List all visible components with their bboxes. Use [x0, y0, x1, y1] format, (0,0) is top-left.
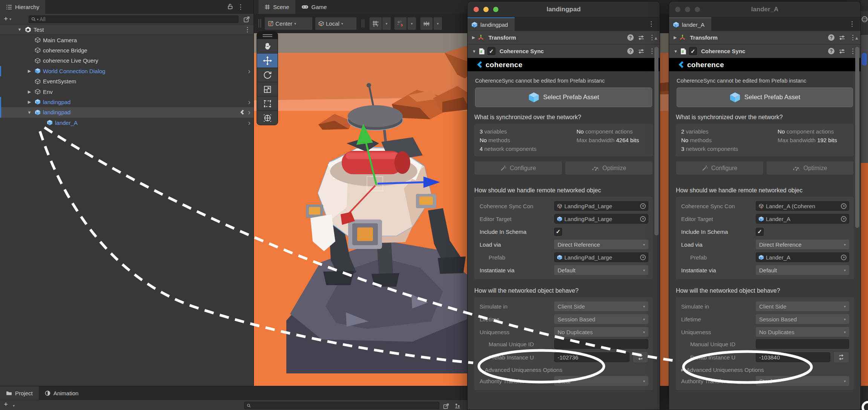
- close-icon[interactable]: [474, 7, 479, 12]
- create-asset-button[interactable]: +: [0, 400, 9, 409]
- prefab-instance-uuid-field[interactable]: -102736: [554, 352, 630, 362]
- regenerate-uuid-button[interactable]: [633, 352, 648, 363]
- expander-icon[interactable]: ▶: [26, 69, 32, 74]
- snap-increment-button[interactable]: [420, 17, 433, 30]
- scroll-up-icon[interactable]: ▲: [654, 35, 658, 41]
- rotate-tool[interactable]: [257, 68, 278, 82]
- hierarchy-item-eventsystem[interactable]: EventSystem: [0, 76, 254, 86]
- expander-icon[interactable]: ▼: [674, 49, 678, 54]
- window-launch-icon[interactable]: [443, 403, 449, 409]
- authority-transfer-dropdown[interactable]: Steal▾: [756, 376, 849, 386]
- load-via-dropdown[interactable]: Direct Reference▾: [554, 240, 648, 249]
- tab-hierarchy[interactable]: Hierarchy: [0, 0, 45, 14]
- maximize-icon[interactable]: [695, 7, 700, 12]
- help-icon[interactable]: ?: [627, 34, 634, 41]
- tab-lander-a[interactable]: lander_A: [669, 17, 711, 31]
- snap-increment-dropdown[interactable]: ▾: [433, 17, 442, 30]
- grid-snap-dropdown[interactable]: ▾: [407, 17, 416, 30]
- scale-tool[interactable]: [257, 82, 278, 96]
- object-picker-icon[interactable]: [640, 203, 646, 209]
- minimize-icon[interactable]: [483, 7, 489, 12]
- expander-icon[interactable]: ▼: [472, 49, 476, 54]
- help-icon[interactable]: ?: [828, 34, 834, 41]
- instantiate-via-dropdown[interactable]: Default▾: [756, 265, 849, 275]
- select-prefab-asset-button[interactable]: Select Prefab Asset: [475, 88, 652, 107]
- prefab-instance-uuid-field[interactable]: -103840: [756, 352, 830, 362]
- optimize-button[interactable]: Optimize: [766, 161, 854, 175]
- help-icon[interactable]: ?: [828, 48, 834, 54]
- component-enabled-checkbox[interactable]: [689, 47, 697, 55]
- expander-icon[interactable]: ▶: [26, 100, 32, 104]
- pivot-mode-button[interactable]: Center ▾: [264, 17, 313, 30]
- uniqueness-dropdown[interactable]: No Duplicates▾: [554, 327, 648, 337]
- project-search[interactable]: [244, 402, 439, 409]
- prefab-open-chevron[interactable]: ›: [248, 108, 251, 117]
- object-picker-icon[interactable]: [640, 255, 646, 260]
- prefab-open-chevron[interactable]: ›: [248, 98, 251, 106]
- window-titlebar[interactable]: landingpad: [468, 2, 660, 17]
- kebab-menu-icon[interactable]: ⋮: [648, 21, 654, 27]
- prefab-field[interactable]: LandingPad_Large: [554, 252, 648, 262]
- scrollbar-thumb[interactable]: [855, 47, 859, 228]
- hierarchy-search[interactable]: ▾: [29, 15, 238, 23]
- close-icon[interactable]: [675, 7, 680, 12]
- window-launch-icon[interactable]: [243, 16, 250, 23]
- include-in-schema-checkbox[interactable]: [756, 228, 764, 236]
- hierarchy-item-landingpad-2[interactable]: ▼ landingpad ›: [0, 107, 254, 117]
- instantiate-via-dropdown[interactable]: Default▾: [554, 265, 648, 275]
- editor-target-field[interactable]: Lander_A: [756, 214, 849, 224]
- kebab-menu-icon[interactable]: ⋮: [849, 21, 855, 27]
- prefab-field[interactable]: Lander_A: [756, 252, 849, 262]
- create-button[interactable]: +: [0, 15, 9, 24]
- lock-icon[interactable]: [227, 3, 233, 9]
- scrollbar-thumb[interactable]: [654, 47, 659, 235]
- move-tool[interactable]: [257, 53, 278, 68]
- handle-space-button[interactable]: Local ▾: [315, 17, 357, 30]
- tab-scene[interactable]: Scene: [258, 0, 295, 14]
- select-prefab-asset-button[interactable]: Select Prefab Asset: [677, 88, 853, 107]
- maximize-icon[interactable]: [493, 7, 498, 12]
- help-icon[interactable]: ?: [627, 48, 634, 54]
- hierarchy-item-lander-a[interactable]: lander_A ›: [0, 118, 254, 128]
- expander-icon[interactable]: ▶: [26, 89, 32, 94]
- tab-landingpad[interactable]: landingpad: [468, 17, 515, 31]
- regenerate-uuid-button[interactable]: [833, 352, 849, 363]
- coherence-sync-component-row[interactable]: ▼ # Coherence Sync ? ⋮: [669, 45, 860, 58]
- object-picker-icon[interactable]: [841, 216, 847, 222]
- search-filter-caret[interactable]: ▾: [37, 18, 38, 21]
- simulate-in-dropdown[interactable]: Client Side▾: [554, 301, 648, 311]
- uniqueness-dropdown[interactable]: No Duplicates▾: [756, 327, 849, 337]
- configure-button[interactable]: Configure: [676, 161, 763, 175]
- configure-button[interactable]: Configure: [474, 161, 562, 175]
- authority-transfer-dropdown[interactable]: Steal▾: [554, 376, 648, 386]
- editor-target-field[interactable]: LandingPad_Large: [554, 214, 648, 224]
- scroll-up-icon[interactable]: ▲: [854, 35, 859, 41]
- grid-axis-dropdown[interactable]: ▾: [382, 17, 391, 30]
- prefab-open-chevron[interactable]: ›: [248, 118, 251, 127]
- optimize-button[interactable]: Optimize: [565, 161, 653, 175]
- manual-unique-id-field[interactable]: [756, 339, 849, 349]
- project-search-input[interactable]: [253, 403, 437, 408]
- object-picker-icon[interactable]: [841, 203, 847, 209]
- hierarchy-item-main-camera[interactable]: Main Camera: [0, 35, 254, 45]
- advanced-uniqueness-foldout[interactable]: ▶ Advanced Uniqueness Options: [474, 365, 653, 375]
- rect-tool[interactable]: [257, 96, 278, 111]
- tab-animation[interactable]: Animation: [39, 386, 85, 400]
- grid-axis-button[interactable]: Y: [369, 17, 382, 30]
- search-input[interactable]: [40, 16, 236, 22]
- hierarchy-item-env[interactable]: ▶ Env: [0, 86, 254, 97]
- view-hand-tool[interactable]: [257, 39, 278, 53]
- kebab-menu-icon[interactable]: ⋮: [237, 4, 244, 10]
- column-layout-icon[interactable]: [454, 403, 461, 409]
- transform-tool[interactable]: [257, 111, 278, 125]
- hierarchy-item-test[interactable]: ▼ Test ⋮: [0, 25, 254, 35]
- expander-icon[interactable]: ▼: [17, 27, 23, 32]
- expander-icon[interactable]: ▶: [472, 35, 475, 40]
- hierarchy-item-landingpad-1[interactable]: ▶ landingpad ›: [0, 97, 254, 107]
- object-picker-icon[interactable]: [841, 255, 847, 260]
- simulate-in-dropdown[interactable]: Client Side▾: [756, 301, 849, 311]
- palette-drag-handle[interactable]: [257, 32, 278, 39]
- manual-unique-id-field[interactable]: [554, 339, 648, 349]
- hierarchy-item-coherence-live-query[interactable]: coherence Live Query: [0, 55, 254, 66]
- transform-component-row[interactable]: ▶ Transform ? ⋮: [468, 31, 660, 45]
